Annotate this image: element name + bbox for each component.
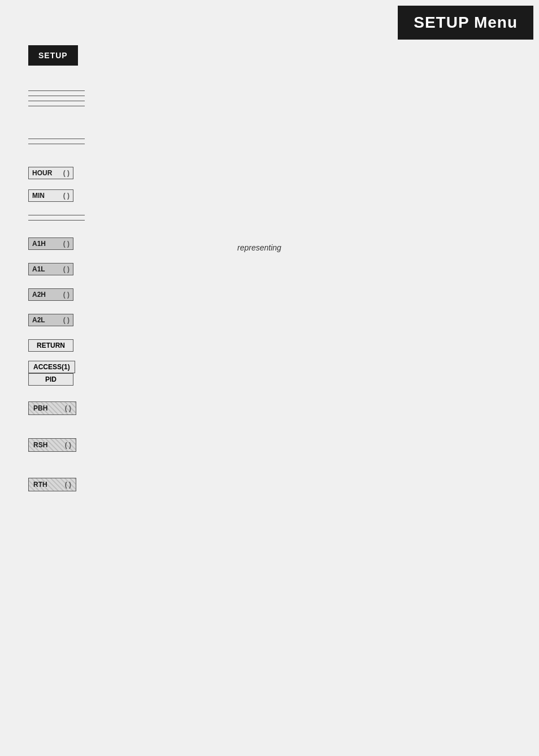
min-parens: ( ) xyxy=(63,192,69,200)
setup-button[interactable]: SETUP xyxy=(28,45,78,66)
min-field[interactable]: MIN ( ) xyxy=(28,189,73,202)
a2h-label: A2H xyxy=(32,291,60,299)
a1l-parens: ( ) xyxy=(63,265,69,273)
page-container: SETUP Menu SETUP HOUR ( ) MIN ( ) A1H ( … xyxy=(0,0,539,756)
decorative-line-8 xyxy=(28,220,85,221)
rth-parens: ( ) xyxy=(65,481,71,489)
access-button[interactable]: ACCESS(1) xyxy=(28,361,75,373)
rsh-field[interactable]: RSH ( ) xyxy=(28,438,76,452)
line-group-1 xyxy=(28,90,85,106)
rsh-parens: ( ) xyxy=(65,441,71,449)
a1l-label: A1L xyxy=(32,265,60,273)
decorative-line-5 xyxy=(28,139,85,139)
setup-menu-title: SETUP Menu xyxy=(414,14,518,31)
hour-label: HOUR xyxy=(32,169,60,177)
rth-label: RTH xyxy=(33,481,62,489)
hour-parens: ( ) xyxy=(63,169,69,177)
decorative-line-1 xyxy=(28,90,85,91)
decorative-line-7 xyxy=(28,215,85,215)
a1h-field[interactable]: A1H ( ) xyxy=(28,237,73,250)
hour-field[interactable]: HOUR ( ) xyxy=(28,167,73,179)
a2l-parens: ( ) xyxy=(63,316,69,324)
rth-field[interactable]: RTH ( ) xyxy=(28,478,76,491)
pbh-parens: ( ) xyxy=(65,404,71,412)
a2h-parens: ( ) xyxy=(63,291,69,299)
representing-text: representing xyxy=(237,243,281,252)
a2l-label: A2L xyxy=(32,316,60,324)
a1h-label: A1H xyxy=(32,240,60,248)
a2h-field[interactable]: A2H ( ) xyxy=(28,288,73,301)
decorative-line-2 xyxy=(28,96,85,96)
line-group-3 xyxy=(28,215,85,221)
decorative-line-6 xyxy=(28,144,85,144)
rsh-label: RSH xyxy=(33,441,62,449)
a1l-field[interactable]: A1L ( ) xyxy=(28,263,73,275)
decorative-line-3 xyxy=(28,101,85,101)
line-group-2 xyxy=(28,139,85,144)
pbh-label: PBH xyxy=(33,404,62,412)
decorative-line-4 xyxy=(28,106,85,106)
setup-menu-banner: SETUP Menu xyxy=(398,6,533,40)
return-button[interactable]: RETURN xyxy=(28,339,73,352)
min-label: MIN xyxy=(32,192,60,200)
a1h-parens: ( ) xyxy=(63,240,69,248)
a2l-field[interactable]: A2L ( ) xyxy=(28,314,73,326)
pbh-field[interactable]: PBH ( ) xyxy=(28,401,76,415)
pid-button[interactable]: PID xyxy=(28,373,73,386)
